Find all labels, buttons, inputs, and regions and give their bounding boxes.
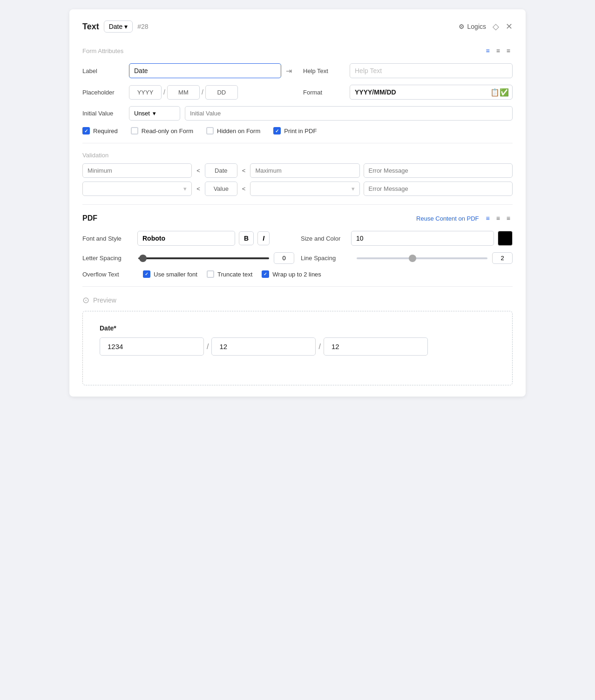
wrap-option[interactable]: Wrap up to 2 lines [262,270,321,278]
preview-label: Preview [93,296,116,304]
initial-value-input[interactable] [185,106,513,121]
format-icon: 📋✅ [490,88,509,97]
preview-month-input[interactable] [211,337,316,356]
font-style-label: Font and Style [82,235,134,242]
size-color-section: Size and Color [301,231,513,246]
label-helptext-row: Label ⇥ Help Text [82,63,513,78]
hidden-label: Hidden on Form [217,128,260,135]
preview-sep-2: / [316,343,323,351]
letter-spacing-thumb[interactable] [139,255,147,262]
label-row: Label ⇥ [82,63,292,78]
logics-label: Logics [467,23,486,30]
validation-section: Validation < Date < ▾ < Value < ▾ [82,152,513,196]
reuse-content-button[interactable]: Reuse Content on PDF [416,215,479,222]
format-input[interactable] [350,85,513,100]
initial-value-chevron-icon: ▾ [153,110,156,117]
validation-max-input[interactable] [250,163,359,178]
bold-button[interactable]: B [239,231,254,245]
readonly-checkbox[interactable]: Read-only on Form [131,127,193,135]
close-icon[interactable]: ✕ [506,21,513,32]
placeholder-inputs: / / [129,85,292,100]
wrap-checkbox [262,270,269,278]
preview-section: ⊙ Preview Date* / / [82,295,513,385]
header-left: Text Date ▾ #28 [82,20,149,33]
align-left-button[interactable]: ≡ [483,46,492,56]
print-checkbox-box [273,127,281,135]
chevron-down-icon: ▾ [124,23,128,30]
initial-value-select[interactable]: Unset ▾ [129,106,180,121]
divider-1 [82,143,513,143]
preview-day-input[interactable] [324,337,428,356]
italic-button[interactable]: I [257,231,270,245]
validation-select-2[interactable]: ▾ [250,182,359,196]
smaller-font-checkbox [143,270,150,278]
header: Text Date ▾ #28 ⚙ Logics ◇ ✕ [82,20,513,33]
required-label: Required [93,128,118,135]
initial-value-label: Initial Value [82,110,124,117]
pdf-align-center-button[interactable]: ≡ [494,213,502,223]
label-append-icon: ⇥ [286,67,292,75]
spacing-section: Letter Spacing 0 Line Spacing 2 [82,252,513,264]
divider-2 [82,204,513,205]
color-swatch[interactable] [498,231,513,246]
validation-select-1[interactable]: ▾ [82,182,192,196]
divider-3 [82,286,513,287]
preview-camera-icon: ⊙ [82,295,89,305]
font-size-input[interactable] [351,231,494,246]
pdf-align-left-button[interactable]: ≡ [483,213,492,223]
truncate-option[interactable]: Truncate text [207,270,252,278]
letter-spacing-value[interactable]: 0 [274,252,294,264]
pdf-header-right: Reuse Content on PDF ≡ ≡ ≡ [416,213,513,223]
hidden-checkbox-box [206,127,214,135]
line-spacing-label: Line Spacing [301,255,352,262]
truncate-checkbox [207,270,214,278]
initial-value-select-label: Unset [134,110,150,117]
font-style-section: Font and Style B I [82,231,294,246]
preview-header: ⊙ Preview [82,295,513,305]
placeholder-sep-1: / [163,88,165,96]
readonly-checkbox-box [131,127,138,135]
validation-row-2: ▾ < Value < ▾ [82,182,513,196]
line-spacing-slider[interactable] [357,257,487,259]
letter-spacing-slider[interactable] [138,257,269,259]
help-text-label: Help Text [303,67,345,74]
type-dropdown[interactable]: Date ▾ [104,20,133,33]
placeholder-format-row: Placeholder / / Format 📋✅ [82,85,513,100]
help-text-input[interactable] [350,63,513,78]
placeholder-yyyy[interactable] [129,85,162,100]
line-spacing-value[interactable]: 2 [492,252,513,264]
print-checkbox[interactable]: Print in PDF [273,127,317,135]
preview-year-input[interactable] [100,337,204,356]
align-center-button[interactable]: ≡ [494,46,502,56]
align-right-button[interactable]: ≡ [504,46,513,56]
placeholder-dd[interactable] [205,85,238,100]
line-spacing-thumb[interactable] [409,255,416,262]
pin-icon[interactable]: ◇ [493,21,499,32]
overflow-text-label: Overflow Text [82,271,134,278]
logics-icon: ⚙ [459,23,465,30]
smaller-font-option[interactable]: Use smaller font [143,270,197,278]
validation-error-2[interactable] [364,182,513,196]
label-field-label: Label [82,67,124,74]
initial-value-row: Initial Value Unset ▾ [82,106,513,121]
font-select-input[interactable] [137,231,235,246]
wrap-label: Wrap up to 2 lines [272,271,321,278]
pdf-align-right-button[interactable]: ≡ [504,213,513,223]
val-op-2a: < [196,185,201,192]
preview-box: Date* / / [82,311,513,385]
format-input-wrap: 📋✅ [350,85,513,100]
preview-sep-1: / [204,343,211,351]
required-checkbox-box [82,127,90,135]
validation-error-1[interactable] [364,163,513,178]
hidden-checkbox[interactable]: Hidden on Form [206,127,260,135]
logics-button[interactable]: ⚙ Logics [459,23,486,30]
placeholder-mm[interactable] [167,85,200,100]
print-label: Print in PDF [284,128,317,135]
val-type-2: Value [205,182,237,196]
label-input[interactable] [129,63,281,78]
form-attributes-header: Form Attributes ≡ ≡ ≡ [82,46,513,56]
required-checkbox[interactable]: Required [82,127,118,135]
alignment-buttons: ≡ ≡ ≡ [483,46,513,56]
validation-min-input[interactable] [82,163,192,178]
type-dropdown-label: Date [109,23,123,30]
